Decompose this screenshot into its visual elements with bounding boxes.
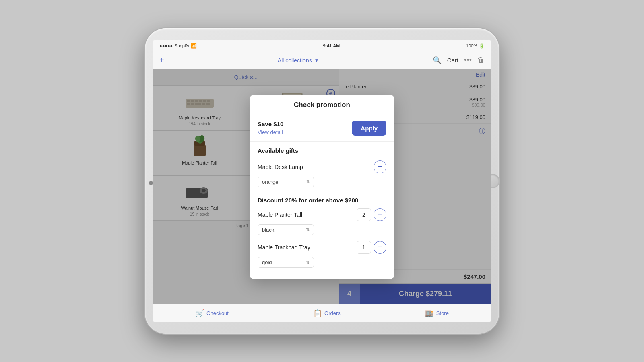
- wifi-icon: 📶: [191, 43, 197, 49]
- qty-input-trackpad[interactable]: [357, 241, 371, 254]
- variant-select-orange[interactable]: orange ⇅: [258, 177, 314, 187]
- cart-label: Cart: [447, 57, 458, 64]
- collections-label[interactable]: All collections: [278, 57, 312, 64]
- gift-row: Maple Desk Lamp +: [258, 160, 386, 173]
- available-gifts-header: Available gifts: [250, 142, 394, 157]
- nav-center: All collections ▼: [278, 57, 319, 64]
- status-bar: ●●●●● Shopify 📶 9:41 AM 100% 🔋: [153, 40, 491, 51]
- orders-label: Orders: [324, 310, 341, 316]
- orders-icon: 📋: [313, 309, 322, 318]
- view-detail-link[interactable]: View detail: [258, 129, 283, 135]
- status-right: 100% 🔋: [466, 43, 485, 49]
- promo-section: Save $10 View detail Apply: [250, 115, 394, 142]
- discount-gift-name: Maple Planter Tall: [258, 212, 302, 218]
- store-label: Store: [436, 310, 449, 316]
- nav-bar: + All collections ▼ 🔍 Cart ••• 🗑: [153, 51, 491, 69]
- status-time: 9:41 AM: [323, 43, 340, 48]
- signal-dots: ●●●●●: [159, 43, 173, 48]
- discount-gift-row: Maple Planter Tall +: [258, 208, 386, 221]
- status-left: ●●●●● Shopify 📶: [159, 43, 197, 49]
- apply-button[interactable]: Apply: [352, 121, 386, 136]
- discount-header: Discount 20% for order above $200: [258, 197, 386, 204]
- nav-right: 🔍 Cart ••• 🗑: [433, 56, 485, 65]
- tab-store[interactable]: 🏬 Store: [425, 309, 449, 318]
- variant-value: orange: [262, 179, 278, 185]
- main-area: Quick s...: [153, 69, 491, 304]
- add-button[interactable]: +: [159, 56, 164, 65]
- variant-select-black[interactable]: black ⇅: [258, 224, 314, 235]
- tab-orders[interactable]: 📋 Orders: [313, 309, 341, 318]
- more-icon[interactable]: •••: [464, 56, 472, 64]
- side-button: [149, 181, 153, 185]
- discount-item-planter: Maple Planter Tall + black ⇅: [258, 208, 386, 235]
- qty-add-group: +: [357, 241, 386, 254]
- discount-item-trackpad: Maple Trackpad Tray + gold ⇅: [258, 241, 386, 268]
- check-promotion-modal: Check promotion Save $10 View detail App…: [250, 95, 394, 279]
- add-discount-trackpad-button[interactable]: +: [374, 241, 386, 254]
- checkout-label: Checkout: [206, 310, 229, 316]
- gift-item-desk-lamp: Maple Desk Lamp + orange ⇅: [250, 157, 394, 193]
- store-icon: 🏬: [425, 309, 434, 318]
- variant-arrow-icon: ⇅: [306, 260, 310, 265]
- add-gift-button[interactable]: +: [374, 160, 386, 173]
- discount-gift-name: Maple Trackpad Tray: [258, 244, 310, 251]
- checkout-icon: 🛒: [195, 309, 204, 318]
- variant-arrow-icon: ⇅: [306, 179, 310, 185]
- tab-checkout[interactable]: 🛒 Checkout: [195, 309, 229, 318]
- discount-gift-row: Maple Trackpad Tray +: [258, 241, 386, 254]
- gift-name: Maple Desk Lamp: [258, 164, 303, 170]
- qty-add-group: +: [357, 208, 386, 221]
- search-icon[interactable]: 🔍: [433, 56, 442, 65]
- tab-bar: 🛒 Checkout 📋 Orders 🏬 Store: [153, 304, 491, 322]
- carrier-label: Shopify: [174, 43, 189, 48]
- qty-input-planter[interactable]: [357, 208, 371, 221]
- variant-value: black: [262, 227, 274, 233]
- variant-select-gold[interactable]: gold ⇅: [258, 257, 314, 268]
- battery-label: 100%: [466, 43, 477, 48]
- variant-arrow-icon: ⇅: [306, 227, 310, 232]
- battery-icon: 🔋: [479, 43, 485, 49]
- trash-icon[interactable]: 🗑: [477, 56, 485, 64]
- add-discount-planter-button[interactable]: +: [374, 208, 386, 221]
- dropdown-icon[interactable]: ▼: [314, 58, 319, 63]
- ipad-frame: ●●●●● Shopify 📶 9:41 AM 100% 🔋 + All col…: [145, 28, 499, 334]
- modal-title: Check promotion: [258, 101, 386, 109]
- discount-section: Discount 20% for order above $200 Maple …: [250, 193, 394, 279]
- modal-header: Check promotion: [250, 95, 394, 109]
- variant-value: gold: [262, 259, 272, 265]
- ipad-screen: ●●●●● Shopify 📶 9:41 AM 100% 🔋 + All col…: [153, 40, 491, 322]
- nav-left: +: [159, 56, 164, 65]
- modal-overlay: Check promotion Save $10 View detail App…: [153, 69, 491, 304]
- promo-row: Save $10 View detail Apply: [258, 121, 386, 136]
- promo-label: Save $10: [258, 121, 283, 128]
